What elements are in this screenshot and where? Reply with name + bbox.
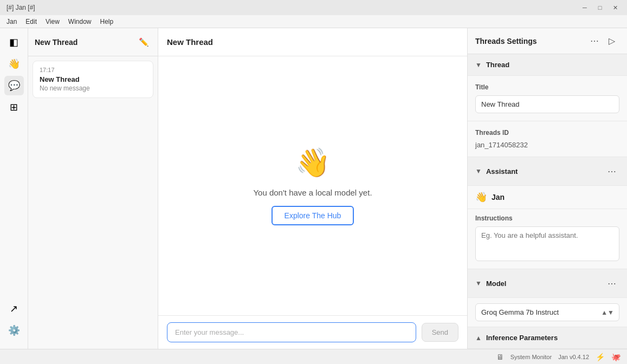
statusbar-right: 🖥 System Monitor Jan v0.4.12 ⚡ 🐙 xyxy=(496,353,620,361)
maximize-button[interactable]: □ xyxy=(594,2,605,13)
inference-section-label: Inference Parameters xyxy=(486,334,558,342)
system-monitor-label[interactable]: System Monitor xyxy=(510,354,552,360)
settings-icon: ⚙️ xyxy=(8,324,20,336)
discord-icon[interactable]: ⚡ xyxy=(596,353,605,361)
main-header: New Thread xyxy=(158,28,467,56)
thread-section-label: Thread xyxy=(486,61,509,69)
inference-section-header[interactable]: ▲ Inference Parameters xyxy=(468,327,627,349)
thread-item[interactable]: 17:17 New Thread No new message xyxy=(33,61,153,98)
message-input[interactable] xyxy=(167,322,416,342)
welcome-text: You don't have a local model yet. xyxy=(253,188,372,197)
instructions-label: Instructions xyxy=(475,214,619,222)
right-panel-title: Threads Settings xyxy=(475,37,537,46)
model-select-container: Groq Gemma 7b Instruct ▲▼ xyxy=(475,303,619,321)
minimize-button[interactable]: ─ xyxy=(579,2,590,13)
right-panel-header: Threads Settings ⋯ ▷ xyxy=(468,28,627,54)
github-icon[interactable]: 🐙 xyxy=(611,353,620,361)
close-button[interactable]: ✕ xyxy=(610,2,620,13)
model-section-header[interactable]: ▼ Model ⋯ xyxy=(468,269,627,298)
menu-view[interactable]: View xyxy=(41,17,64,27)
icon-strip: ◧ 👋 💬 ⊞ ↗ ⚙️ xyxy=(0,28,28,349)
thread-id-value: jan_1714058232 xyxy=(475,141,619,149)
thread-list-header: New Thread ✏️ xyxy=(28,28,158,56)
thread-id-label: Threads ID xyxy=(475,129,619,136)
export-icon-button[interactable]: ↗ xyxy=(4,299,24,318)
export-icon: ↗ xyxy=(10,303,18,315)
menu-help[interactable]: Help xyxy=(96,17,118,27)
main-body: 👋 You don't have a local model yet. Expl… xyxy=(158,56,467,315)
thread-section-header[interactable]: ▼ Thread xyxy=(468,54,627,76)
welcome-emoji: 👋 xyxy=(295,146,331,179)
thread-list-title: New Thread xyxy=(35,38,77,47)
thread-item-name: New Thread xyxy=(40,75,146,83)
chat-icon: 💬 xyxy=(8,80,20,92)
icon-strip-bottom: ↗ ⚙️ xyxy=(4,299,24,344)
main-content: New Thread 👋 You don't have a local mode… xyxy=(158,28,467,349)
assistant-chevron-icon: ▼ xyxy=(475,167,482,175)
model-section-label: Model xyxy=(486,280,507,288)
thread-item-time: 17:17 xyxy=(40,67,146,73)
model-chevron-icon: ▼ xyxy=(475,280,482,287)
thread-title-input[interactable] xyxy=(475,95,619,113)
compose-icon: ✏️ xyxy=(139,37,149,47)
message-input-area: Send xyxy=(158,315,467,349)
model-more-button[interactable]: ⋯ xyxy=(604,276,619,291)
right-panel-actions: ⋯ ▷ xyxy=(587,34,619,49)
app-body: ◧ 👋 💬 ⊞ ↗ ⚙️ New Thread ✏️ xyxy=(0,28,627,349)
collapse-right-panel-button[interactable]: ▷ xyxy=(604,34,619,49)
assistant-emoji: 👋 xyxy=(475,191,487,203)
title-label: Title xyxy=(475,83,619,91)
titlebar-title: [#] Jan [#] xyxy=(7,4,35,11)
assistant-row: 👋 Jan xyxy=(468,186,627,209)
thread-list-panel: New Thread ✏️ 17:17 New Thread No new me… xyxy=(28,28,158,349)
explore-hub-button[interactable]: Explore The Hub xyxy=(272,206,354,225)
statusbar: 🖥 System Monitor Jan v0.4.12 ⚡ 🐙 xyxy=(0,349,627,364)
instructions-textarea[interactable] xyxy=(475,226,619,261)
icon-strip-top: ◧ 👋 💬 ⊞ xyxy=(4,32,24,297)
menubar: Jan Edit View Window Help xyxy=(0,15,627,28)
grid-icon-button[interactable]: ⊞ xyxy=(4,98,24,117)
instructions-section: Instructions xyxy=(468,209,627,269)
assistant-name: Jan xyxy=(492,193,505,202)
thread-id-section: Threads ID jan_1714058232 xyxy=(468,121,627,157)
wave-icon-button[interactable]: 👋 xyxy=(4,54,24,74)
version-label: Jan v0.4.12 xyxy=(558,354,589,360)
menu-window[interactable]: Window xyxy=(64,17,96,27)
model-select[interactable]: Groq Gemma 7b Instruct xyxy=(475,303,619,321)
wave-emoji: 👋 xyxy=(8,58,20,70)
thread-chevron-icon: ▼ xyxy=(475,61,482,69)
titlebar-controls: ─ □ ✕ xyxy=(579,2,620,13)
collapse-sidebar-button[interactable]: ◧ xyxy=(4,32,24,52)
send-button[interactable]: Send xyxy=(422,323,458,342)
right-panel: Threads Settings ⋯ ▷ ▼ Thread Title Thre… xyxy=(467,28,627,349)
assistant-section-header[interactable]: ▼ Assistant ⋯ xyxy=(468,157,627,186)
grid-icon: ⊞ xyxy=(10,101,18,113)
main-header-title: New Thread xyxy=(167,37,213,47)
settings-icon-button[interactable]: ⚙️ xyxy=(4,321,24,340)
assistant-section-label: Assistant xyxy=(486,167,518,176)
inference-chevron-icon: ▲ xyxy=(475,334,482,342)
thread-item-preview: No new message xyxy=(40,84,146,92)
more-options-button[interactable]: ⋯ xyxy=(587,34,602,49)
menu-jan[interactable]: Jan xyxy=(2,17,21,27)
thread-list-body: 17:17 New Thread No new message xyxy=(28,56,158,349)
titlebar: [#] Jan [#] ─ □ ✕ xyxy=(0,0,627,15)
collapse-icon: ◧ xyxy=(9,36,18,48)
chat-icon-button[interactable]: 💬 xyxy=(4,76,24,95)
monitor-icon: 🖥 xyxy=(496,353,504,361)
model-select-wrapper: Groq Gemma 7b Instruct ▲▼ xyxy=(468,298,627,327)
assistant-more-button[interactable]: ⋯ xyxy=(604,164,619,179)
menu-edit[interactable]: Edit xyxy=(21,17,41,27)
thread-title-section: Title xyxy=(468,76,627,121)
new-thread-button[interactable]: ✏️ xyxy=(136,35,151,50)
